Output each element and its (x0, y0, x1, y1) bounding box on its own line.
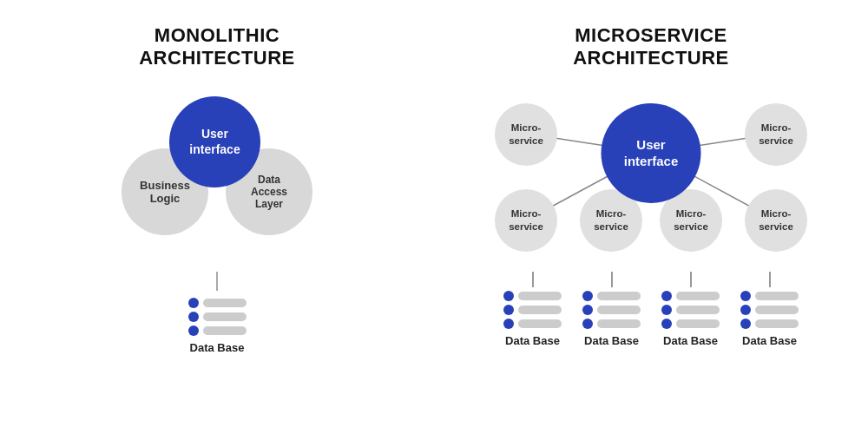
mono-connector: Data Base (188, 272, 247, 354)
user-interface-label: Userinterface (189, 126, 240, 157)
micro-db-icon-4 (740, 291, 799, 329)
micro-db-icon-1 (503, 291, 562, 329)
micro-db-label-4: Data Base (742, 334, 797, 347)
mono-db-icon (188, 298, 247, 336)
micro-databases-row: Data Base Data Base Data Base (503, 272, 799, 347)
micro-db-label-3: Data Base (663, 334, 718, 347)
db-bar-1 (203, 299, 247, 307)
micro-connector-3 (690, 272, 692, 287)
microservice-title: MICROSERVICEARCHITECTURE (573, 24, 729, 70)
micro-db-3: Data Base (661, 272, 720, 347)
monolithic-diagram: BusinessLogic DataAccessLayer Userinterf… (95, 96, 339, 270)
micro-label-b3: Micro-service (674, 207, 708, 233)
db-dot-3 (188, 326, 199, 336)
micro-db-label-2: Data Base (584, 334, 639, 347)
db-dot-2 (188, 312, 199, 322)
micro-label-b2: Micro-service (594, 207, 628, 233)
micro-connector-2 (611, 272, 613, 287)
micro-label-tr: Micro-service (759, 122, 793, 148)
micro-label-b4: Micro-service (759, 207, 793, 233)
db-bar-2 (203, 312, 247, 321)
micro-db-4: Data Base (740, 272, 799, 347)
data-access-layer-label: DataAccessLayer (251, 174, 287, 210)
db-row-2 (188, 312, 247, 322)
micro-db-label-1: Data Base (505, 334, 560, 347)
micro-db-2: Data Base (582, 272, 641, 347)
micro-label-tl: Micro-service (509, 122, 543, 148)
micro-circle-top-left: Micro-service (495, 103, 557, 166)
mono-database-group: Data Base (188, 298, 247, 354)
micro-label-b1: Micro-service (509, 207, 543, 233)
micro-connector-4 (769, 272, 771, 287)
db-row-3 (188, 326, 247, 336)
micro-circle-bottom-1: Micro-service (495, 189, 557, 252)
business-logic-label: BusinessLogic (140, 179, 190, 205)
monolithic-title: MONOLITHICARCHITECTURE (139, 24, 295, 70)
micro-db-icon-2 (582, 291, 641, 329)
micro-circle-top-right: Micro-service (745, 103, 807, 166)
micro-ui-label: Userinterface (624, 136, 679, 170)
micro-connector-1 (532, 272, 534, 287)
db-row-1 (188, 298, 247, 308)
micro-diagram: Userinterface Micro-service Micro-servic… (443, 86, 859, 268)
monolithic-section: MONOLITHICARCHITECTURE BusinessLogic Dat… (0, 0, 434, 434)
micro-db-1: Data Base (503, 272, 562, 347)
db-dot-1 (188, 298, 199, 308)
mono-db-label: Data Base (190, 341, 245, 354)
micro-circle-bottom-4: Micro-service (745, 189, 807, 252)
micro-user-interface-circle: Userinterface (602, 103, 701, 203)
micro-db-icon-3 (661, 291, 720, 329)
mono-vert-line (216, 272, 218, 291)
user-interface-circle: Userinterface (169, 96, 260, 187)
db-bar-3 (203, 326, 247, 335)
microservice-section: MICROSERVICEARCHITECTURE Userinterface M… (434, 0, 868, 434)
